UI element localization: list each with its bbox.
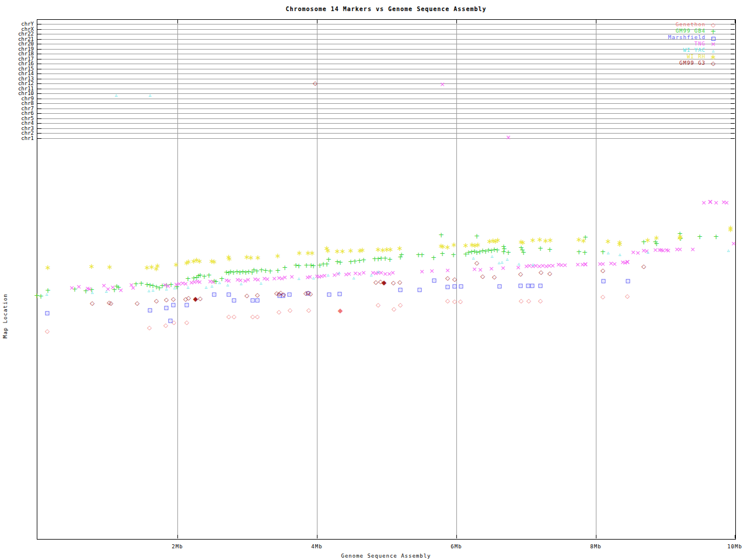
- data-point-tng: ×: [600, 261, 605, 267]
- legend-row-wi-rh: WI RH∗: [613, 54, 721, 60]
- data-point-marshfield: [519, 284, 523, 288]
- chromosome-line-chr7: [37, 108, 735, 109]
- data-point-tng: ×: [472, 266, 477, 272]
- y-tick-right: [731, 118, 735, 119]
- y-tick-right: [731, 39, 735, 40]
- data-point-gm99-gb4: +: [439, 250, 445, 257]
- data-point-tng: ×: [690, 246, 695, 253]
- data-point-gm99-gb4: +: [337, 259, 343, 266]
- chromosome-line-chr11: [37, 89, 735, 89]
- legend-label: GM99 GB4: [676, 28, 706, 34]
- data-point-gm99-g3: ◇: [255, 292, 260, 298]
- data-point-marshfield: [498, 285, 502, 289]
- data-point-wi-rh: ∗: [581, 237, 587, 244]
- chromosome-line-chr8: [37, 103, 735, 104]
- data-point-genethon: ◇: [255, 314, 260, 320]
- data-point-wi-yac: ▵: [506, 257, 509, 262]
- data-point-tng: ×: [390, 270, 395, 276]
- data-point-wi-rh: ∗: [463, 242, 469, 249]
- data-point-gm99-g3: ◇: [198, 296, 203, 302]
- data-point-gm99-g3: ◇: [313, 80, 317, 86]
- chromosome-line-chr14: [37, 74, 735, 74]
- data-point-gm99-gb4: +: [547, 246, 553, 253]
- data-point-wi-yac: ▵: [148, 288, 151, 293]
- legend-label: GM99 G3: [679, 60, 706, 66]
- chromosome-line-chr2: [37, 133, 735, 134]
- chromosome-line-chr9: [37, 99, 735, 99]
- data-point-marshfield: [399, 288, 403, 292]
- data-point-tng: ×: [731, 240, 736, 247]
- data-point-wi-rh: ∗: [388, 246, 394, 253]
- y-tick-left: [37, 108, 41, 109]
- legend-label: WI RH: [687, 54, 706, 60]
- data-point-genethon: ◇: [232, 314, 236, 320]
- data-point-marshfield: [288, 293, 292, 297]
- data-point-wi-rh: ∗: [255, 254, 261, 261]
- data-point-marshfield: [148, 309, 152, 313]
- data-point-tng: ×: [713, 200, 718, 206]
- chart-title: Chromosome 14 Markers vs Genome Sequence…: [37, 6, 735, 12]
- x-tick-6Mb: [456, 535, 457, 538]
- data-point-gm99-gb4: +: [474, 233, 480, 240]
- data-point-marshfield: [232, 299, 236, 303]
- data-point-gm99-g3: ◇: [492, 274, 497, 280]
- data-point-genethon: ◇: [538, 298, 543, 304]
- data-point-marshfield: [256, 299, 260, 303]
- data-point-marshfield: [626, 279, 630, 284]
- data-point-wi-rh: ∗: [547, 236, 554, 244]
- x-tick-top-6Mb: [456, 20, 457, 23]
- x-tick-label-6Mb: 6Mb: [439, 544, 474, 550]
- y-tick-left: [37, 103, 41, 104]
- data-point-wi-yac: ▵: [218, 280, 221, 285]
- y-tick-right: [731, 128, 735, 129]
- y-tick-left: [37, 133, 41, 134]
- data-point-marshfield: [526, 284, 530, 288]
- data-point-genethon: ◇: [445, 298, 450, 304]
- chromosome-label-chr1: chr1: [0, 136, 34, 141]
- data-point-gm99-gb4: +: [310, 262, 316, 270]
- data-point-tng: ×: [707, 198, 713, 205]
- data-point-marshfield: [251, 299, 255, 303]
- data-point-gm99-g3: ◇: [308, 291, 313, 297]
- data-point-gm99-g3: ◇: [135, 300, 139, 306]
- data-point-tng: ×: [118, 287, 123, 293]
- data-point-genethon: ◇: [392, 306, 396, 312]
- y-tick-left: [37, 29, 41, 30]
- data-point-gm99-g3: ◇: [164, 297, 169, 303]
- data-point-gm99-g3: ◇: [641, 264, 646, 270]
- data-point-wi-yac: ▵: [226, 282, 229, 288]
- data-point-tng: ×: [550, 262, 555, 269]
- legend-row-gm99-g3: GM99 G3◇: [613, 60, 721, 66]
- y-tick-right: [731, 49, 735, 50]
- data-point-genethon: ◇: [376, 302, 381, 308]
- data-point-marshfield: [530, 284, 535, 288]
- x-axis-label: Genome Sequence Assembly: [37, 553, 735, 559]
- y-tick-left: [37, 49, 41, 50]
- x-tick-top-8Mb: [596, 20, 596, 23]
- y-tick-right: [731, 34, 735, 34]
- chromosome-line-chr15: [37, 69, 735, 69]
- data-point-gm99-gb4: +: [494, 247, 500, 254]
- data-point-wi-rh: ∗: [226, 255, 233, 262]
- chromosome-line-chr6: [37, 113, 735, 114]
- data-point-marshfield: [165, 306, 169, 310]
- data-point-gm99-g3: ◇: [452, 276, 457, 282]
- data-point-wi-yac: ▵: [619, 252, 622, 257]
- x-tick-4Mb: [317, 535, 317, 538]
- data-point-wi-rh: ∗: [275, 252, 281, 260]
- data-point-gm99-gb4: +: [576, 249, 582, 256]
- data-point-wi-yac: ▵: [338, 270, 341, 275]
- data-point-wi-yac: ▵: [532, 262, 535, 267]
- data-point-gm99-gb4: +: [296, 262, 302, 270]
- y-tick-right: [731, 93, 735, 94]
- data-point-wi-yac: ▵: [165, 286, 168, 292]
- data-point-wi-yac: ▵: [518, 261, 521, 267]
- data-point-gm99-g3: ◇: [539, 270, 543, 275]
- data-point-gm99-g3: ◆: [382, 279, 386, 286]
- data-point-gm99-g3: ◇: [518, 271, 523, 277]
- y-tick-left: [37, 83, 41, 84]
- x-tick-label-2Mb: 2Mb: [160, 544, 195, 550]
- data-point-gm99-g3: ◇: [445, 275, 450, 281]
- data-point-tng: ×: [612, 261, 617, 267]
- data-point-gm99-g3: ◇: [171, 296, 176, 302]
